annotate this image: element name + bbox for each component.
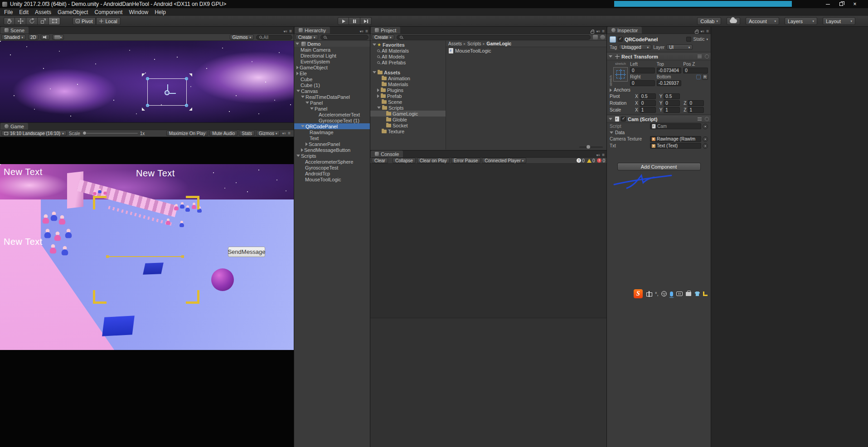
aspect-ratio-dropdown[interactable]: 16:10 Landscape (16:10) ▾ [1, 131, 67, 136]
data-foldout[interactable]: Data [607, 130, 711, 136]
component-enabled-checkbox[interactable] [621, 117, 626, 121]
tab-project[interactable]: Project [371, 27, 400, 34]
collab-dropdown[interactable]: Collab ▾ [697, 17, 721, 25]
hierarchy-item[interactable]: GyroscopeText (1) [294, 117, 370, 123]
mute-audio-toggle[interactable]: Mute Audio [209, 131, 238, 136]
tab-scene[interactable]: Scene [0, 27, 29, 34]
hierarchy-item[interactable]: Ele [294, 70, 370, 76]
raw-edit-button[interactable]: R [702, 74, 708, 80]
hierarchy-item[interactable]: AccelerometerSphere [294, 159, 370, 165]
rect-handle[interactable] [185, 104, 188, 107]
expander-icon[interactable] [377, 107, 381, 109]
project-folder-item[interactable]: Materials [370, 81, 446, 87]
rect-handle[interactable] [185, 77, 188, 80]
hierarchy-item[interactable]: ScannerPanel [294, 141, 370, 147]
hierarchy-item[interactable]: RawImage [294, 129, 370, 135]
expander-icon[interactable] [609, 118, 612, 120]
expander-icon[interactable] [305, 142, 308, 146]
project-folder-item[interactable]: Texture [370, 128, 446, 134]
hierarchy-item[interactable]: Text [294, 135, 370, 141]
expander-icon[interactable] [301, 148, 303, 152]
scale-slider-knob[interactable] [82, 131, 87, 135]
stats-toggle[interactable]: Stats [239, 131, 255, 136]
cam-script-header[interactable]: Cam (Script) [607, 116, 711, 123]
active-checkbox[interactable] [618, 37, 623, 42]
collapse-toggle[interactable]: Collapse [393, 158, 416, 163]
move-tool-button[interactable] [15, 17, 26, 25]
hierarchy-item[interactable]: Panel [294, 106, 370, 112]
breadcrumb-scripts[interactable]: Scripts [467, 41, 481, 46]
emoji-icon[interactable] [661, 291, 667, 296]
rotation-z-field[interactable]: 0 [688, 100, 704, 106]
expander-icon[interactable] [296, 90, 300, 92]
hierarchy-create-dropdown[interactable]: Create ▾ [296, 34, 318, 40]
expander-icon[interactable] [609, 55, 612, 58]
pivot-y-field[interactable]: 0.5 [664, 93, 680, 99]
sogou-logo-icon[interactable]: S [634, 289, 643, 298]
language-mode-icon[interactable] [646, 291, 652, 297]
project-folder-item[interactable]: Socket [370, 122, 446, 128]
expander-icon[interactable] [305, 102, 309, 104]
expander-icon[interactable] [296, 155, 300, 157]
project-folder-item[interactable]: Animation [370, 75, 446, 81]
zoom-slider-knob[interactable] [587, 145, 590, 149]
rotate-tool-button[interactable] [26, 17, 38, 25]
step-button[interactable] [360, 17, 372, 25]
gameobject-name-field[interactable]: QRCodePanel [625, 37, 684, 42]
object-picker-icon[interactable] [703, 124, 708, 129]
hierarchy-item[interactable]: Cube (1) [294, 82, 370, 88]
error-count-toggle[interactable]: ! 0 [597, 158, 605, 163]
expander-icon[interactable] [373, 44, 376, 46]
panel-menu[interactable]: ▾≡ ≡ [695, 29, 711, 34]
hierarchy-item[interactable]: AndroidTcp [294, 170, 370, 176]
breadcrumb-gamelogic[interactable]: GameLogic [487, 41, 511, 46]
restore-button[interactable] [834, 0, 848, 8]
static-dropdown-icon[interactable]: ▾ [706, 38, 708, 41]
tab-console[interactable]: Console [371, 151, 403, 157]
rect-handle[interactable] [146, 77, 149, 80]
hierarchy-item[interactable]: Cube [294, 76, 370, 82]
rect-handle[interactable] [146, 104, 149, 107]
rect-transform-header[interactable]: Rect Transform [607, 53, 711, 60]
expander-icon[interactable] [301, 96, 305, 98]
pivot-toggle-button[interactable]: Pivot [73, 17, 96, 25]
hierarchy-item[interactable]: Panel [294, 100, 370, 106]
gear-icon[interactable] [705, 117, 709, 121]
static-checkbox[interactable] [686, 37, 691, 42]
menu-gameobject[interactable]: GameObject [54, 8, 91, 16]
maximize-on-play-toggle[interactable]: Maximize On Play [166, 131, 209, 136]
thumbnail-zoom-slider[interactable] [579, 146, 603, 148]
hierarchy-search-input[interactable] [320, 35, 369, 40]
scene-effects-dropdown[interactable]: ▾ [52, 34, 64, 40]
hierarchy-item[interactable]: Scripts [294, 153, 370, 159]
expander-icon[interactable] [610, 88, 612, 92]
expander-icon[interactable] [377, 88, 379, 92]
search-by-label-icon[interactable] [600, 35, 605, 39]
hierarchy-item[interactable]: EventSystem [294, 58, 370, 64]
menu-assets[interactable]: Assets [32, 8, 54, 16]
info-count-toggle[interactable]: ! 0 [577, 158, 585, 163]
anchor-preset-box[interactable] [613, 67, 628, 82]
account-dropdown[interactable]: Account ▾ [746, 17, 779, 25]
hierarchy-item[interactable]: GyroscopeTest [294, 165, 370, 170]
left-field[interactable]: 0 [630, 68, 655, 73]
project-folder-item[interactable]: Globle [370, 117, 446, 122]
selected-rect-gizmo[interactable] [147, 78, 187, 106]
gear-icon[interactable] [705, 54, 709, 58]
toolbox-icon[interactable] [686, 292, 691, 296]
hierarchy-item-selected[interactable]: QRCodePanel [294, 123, 370, 129]
game-gizmos-dropdown[interactable]: Gizmos ▾ [256, 131, 280, 136]
send-message-button[interactable]: SendMessage [228, 247, 265, 257]
error-pause-toggle[interactable]: Error Pause [451, 158, 480, 163]
console-log-area[interactable] [370, 164, 606, 447]
favorite-item[interactable]: All Models [370, 53, 446, 59]
favorite-item[interactable]: All Prefabs [370, 59, 446, 65]
expander-icon[interactable] [373, 71, 376, 73]
menu-file[interactable]: File [1, 8, 16, 16]
hierarchy-item[interactable]: MouseToolLogic [294, 176, 370, 182]
assets-root-item[interactable]: Assets [370, 69, 446, 75]
anchors-foldout[interactable]: Anchors [607, 87, 711, 93]
scene-viewport[interactable] [0, 41, 294, 122]
rotation-x-field[interactable]: 0 [640, 100, 656, 106]
menu-edit[interactable]: Edit [16, 8, 32, 16]
